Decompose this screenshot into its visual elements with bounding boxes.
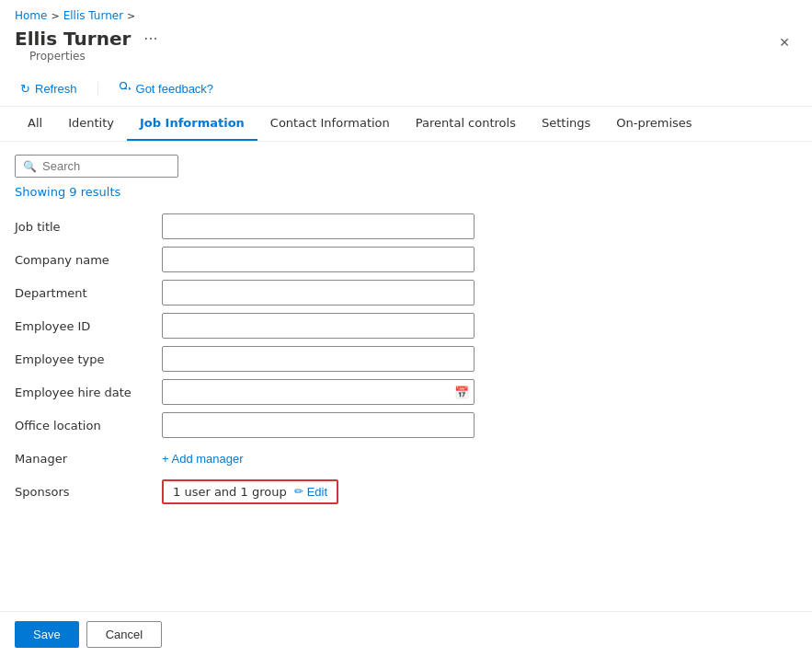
employee-type-field [162,346,475,372]
job-title-input[interactable] [162,213,475,239]
cancel-button[interactable]: Cancel [86,621,162,648]
results-count: Showing 9 results [15,185,797,199]
department-label: Department [15,281,162,305]
svg-point-0 [120,83,126,89]
employee-id-row: Employee ID [15,309,797,342]
feedback-button[interactable]: Got feedback? [113,77,220,100]
feedback-icon [119,81,132,97]
search-icon: 🔍 [23,160,37,173]
breadcrumb: Home > Ellis Turner > [0,0,812,26]
employee-id-field [162,313,475,339]
date-wrapper: 📅 [162,379,475,405]
department-row: Department [15,276,797,309]
office-location-field [162,412,475,438]
breadcrumb-sep1: > [51,10,59,22]
sponsors-value-box: 1 user and 1 group ✏ Edit [162,479,338,504]
breadcrumb-user[interactable]: Ellis Turner [63,9,123,22]
employee-id-input[interactable] [162,313,475,339]
edit-icon: ✏ [294,485,303,498]
tab-parental-controls[interactable]: Parental controls [403,107,529,141]
tab-settings[interactable]: Settings [529,107,603,141]
breadcrumb-sep2: > [127,10,135,22]
content-area: 🔍 Showing 9 results Job title Company na… [0,142,812,521]
department-input[interactable] [162,280,475,305]
search-box[interactable]: 🔍 [15,155,178,178]
footer: Save Cancel [0,611,812,657]
employee-id-label: Employee ID [15,314,162,339]
employee-type-input[interactable] [162,346,475,372]
employee-hire-date-field: 📅 [162,379,475,405]
add-manager-button[interactable]: + Add manager [162,448,244,469]
feedback-label: Got feedback? [136,82,214,96]
page-title: Ellis Turner [15,28,131,50]
office-location-row: Office location [15,409,797,442]
company-name-input[interactable] [162,247,475,272]
company-name-label: Company name [15,248,162,272]
employee-type-label: Employee type [15,347,162,372]
tab-all[interactable]: All [15,107,55,141]
sponsors-edit-button[interactable]: ✏ Edit [294,485,327,499]
tab-on-premises[interactable]: On-premises [603,107,704,141]
properties-label: Properties [15,50,164,66]
tab-job-information[interactable]: Job Information [127,107,257,141]
header-left: Ellis Turner ··· Properties [15,28,164,66]
sponsors-label: Sponsors [15,479,162,504]
office-location-input[interactable] [162,412,475,438]
tabs: All Identity Job Information Contact Inf… [0,107,812,142]
office-location-label: Office location [15,413,162,438]
manager-field: + Add manager [162,448,475,469]
search-input[interactable] [42,159,170,173]
tab-identity[interactable]: Identity [55,107,127,141]
header-row: Ellis Turner ··· Properties ✕ [0,26,812,72]
refresh-button[interactable]: ↻ Refresh [15,78,83,99]
manager-row: Manager + Add manager [15,442,797,475]
employee-hire-date-label: Employee hire date [15,380,162,405]
company-name-row: Company name [15,243,797,276]
sponsors-row: Sponsors 1 user and 1 group ✏ Edit [15,475,797,508]
save-button[interactable]: Save [15,621,79,648]
job-title-label: Job title [15,214,162,239]
refresh-icon: ↻ [20,82,30,96]
employee-hire-date-row: Employee hire date 📅 [15,375,797,409]
breadcrumb-home[interactable]: Home [15,9,47,22]
toolbar: ↻ Refresh Got feedback? [0,72,812,107]
manager-label: Manager [15,446,162,471]
refresh-label: Refresh [35,82,77,96]
department-field [162,280,475,305]
close-button[interactable]: ✕ [772,29,797,55]
tab-contact-information[interactable]: Contact Information [257,107,403,141]
form-grid: Job title Company name Department Employ… [15,210,797,508]
job-title-row: Job title [15,210,797,243]
toolbar-divider [97,82,98,97]
employee-type-row: Employee type [15,342,797,375]
sponsors-text: 1 user and 1 group [173,485,287,499]
employee-hire-date-input[interactable] [162,379,475,405]
sponsors-value-container: 1 user and 1 group ✏ Edit [162,479,338,504]
company-name-field [162,247,475,272]
more-options-icon[interactable]: ··· [138,29,163,50]
job-title-field [162,213,475,239]
edit-label: Edit [307,485,327,499]
